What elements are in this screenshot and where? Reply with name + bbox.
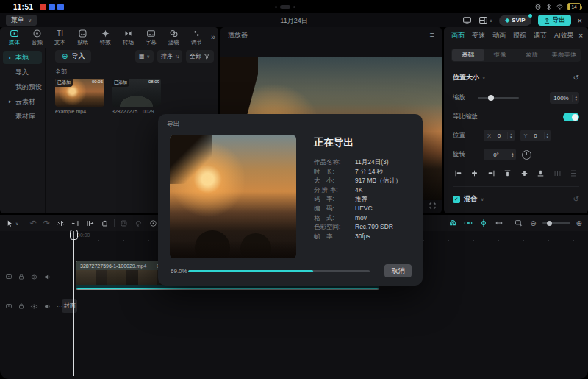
tab-animation[interactable]: 动画	[492, 31, 506, 40]
mute-icon[interactable]	[43, 302, 51, 311]
distribute-h-icon[interactable]	[553, 169, 562, 177]
scale-stepper[interactable]: ▴ ▾	[572, 95, 579, 102]
media-thumbnail[interactable]: 已添加 08:09	[112, 79, 161, 107]
step-down-icon[interactable]: ▾	[547, 135, 549, 139]
position-x-stepper[interactable]: ▴ ▾	[507, 132, 514, 139]
close-icon[interactable]: ×	[578, 32, 583, 40]
tab-captions[interactable]: 字幕	[140, 29, 162, 46]
tab-tracking[interactable]: 跟踪	[513, 31, 526, 40]
rotate-stepper[interactable]: ▴ ▾	[509, 152, 516, 158]
tab-picture[interactable]: 画面	[451, 31, 465, 40]
more-icon[interactable]: ⋯	[57, 303, 62, 310]
position-y-stepper[interactable]: ▴ ▾	[544, 132, 551, 139]
sidebar-item-presets[interactable]: 我的预设	[3, 80, 42, 93]
trim-left-icon[interactable]	[71, 219, 79, 227]
select-tool-button[interactable]: ∨	[6, 219, 18, 227]
eye-icon[interactable]	[30, 302, 38, 311]
tab-audio[interactable]: 音频	[26, 29, 49, 46]
sidebar-item-import[interactable]: 导入	[3, 65, 42, 79]
slider-knob[interactable]	[547, 221, 552, 226]
import-button[interactable]: ⊕ 导入	[55, 50, 91, 63]
cancel-button[interactable]: 取消	[384, 264, 412, 277]
redo-icon[interactable]: ↷	[43, 219, 50, 227]
filter-button[interactable]: 全部	[186, 50, 214, 63]
tab-sticker[interactable]: 贴纸	[71, 29, 94, 46]
svip-button[interactable]: ◆ SVIP	[499, 15, 531, 26]
position-y-box[interactable]: Y 0 ▴ ▾	[520, 130, 551, 141]
tab-media[interactable]: 媒体	[3, 29, 26, 46]
view-mode-button[interactable]: ▦ ∨	[135, 50, 154, 63]
freeze-frame-icon[interactable]	[120, 219, 128, 227]
align-left-icon[interactable]	[454, 169, 462, 177]
sidebar-item-local[interactable]: • 本地	[3, 51, 42, 64]
media-item[interactable]: 已添加 08:09 328727275…0029.mp4	[112, 79, 161, 114]
trim-right-icon[interactable]	[86, 219, 94, 227]
layout-switch[interactable]: ∨	[478, 15, 492, 25]
tab-adjust[interactable]: 调节	[534, 31, 547, 40]
position-x-box[interactable]: X 0 ▴ ▾	[484, 130, 514, 141]
chevron-down-icon[interactable]: ∨	[481, 196, 484, 202]
zoom-out-icon[interactable]: ⊖	[530, 219, 536, 227]
align-center-h-icon[interactable]	[470, 169, 478, 177]
lock-icon[interactable]	[18, 302, 25, 310]
reset-transform-icon[interactable]: ↺	[573, 74, 579, 82]
slider-knob[interactable]	[488, 95, 494, 101]
rotate-dial[interactable]	[522, 150, 531, 160]
fullscreen-icon[interactable]	[429, 202, 437, 210]
subtab-beauty[interactable]: 美颜美体	[548, 49, 581, 61]
align-top-icon[interactable]	[503, 169, 512, 177]
sort-button[interactable]: 排序 ↑↓	[157, 50, 182, 63]
lock-icon[interactable]	[18, 273, 25, 280]
media-thumbnail[interactable]: 已添加 00:05	[55, 79, 104, 107]
tab-effects[interactable]: 特效	[94, 29, 117, 46]
subtab-basic[interactable]: 基础	[452, 49, 484, 61]
subtab-mask[interactable]: 蒙版	[516, 49, 548, 61]
media-item[interactable]: 已添加 00:05 example.mp4	[55, 79, 104, 114]
swap-tracks-icon[interactable]	[495, 219, 503, 227]
tab-filters[interactable]: 滤镜	[162, 29, 185, 46]
tab-adjust[interactable]: 调节	[185, 29, 208, 46]
playhead-handle[interactable]	[70, 230, 78, 240]
undo-icon[interactable]: ↶	[29, 219, 36, 227]
timeline-zoom-slider[interactable]	[542, 222, 570, 224]
preview-axis-icon[interactable]	[479, 219, 488, 227]
tab-ai-effects[interactable]: AI效果	[554, 31, 574, 40]
delete-icon[interactable]	[101, 219, 109, 227]
export-button[interactable]: 导出	[538, 15, 571, 26]
track-mode-icon[interactable]	[514, 219, 523, 227]
step-down-icon[interactable]: ▾	[575, 98, 577, 102]
sidebar-item-library[interactable]: 素材库	[3, 110, 42, 123]
expand-tabs-icon[interactable]: »	[211, 29, 217, 45]
reverse-icon[interactable]	[135, 219, 143, 227]
display-mode-icon[interactable]	[462, 15, 472, 25]
tab-speed[interactable]: 变速	[472, 31, 485, 40]
zoom-in-icon[interactable]: ⊕	[576, 219, 582, 227]
player-menu-icon[interactable]: ≡	[430, 30, 434, 39]
eye-icon[interactable]	[30, 273, 38, 281]
align-right-icon[interactable]	[487, 169, 495, 177]
playhead-line[interactable]	[74, 231, 74, 376]
step-down-icon[interactable]: ▾	[512, 155, 514, 158]
mute-icon[interactable]	[43, 273, 51, 281]
chevron-down-icon[interactable]: ∨	[482, 75, 485, 80]
subtab-cutout[interactable]: 抠像	[484, 49, 517, 61]
more-icon[interactable]: ⋯	[57, 274, 62, 280]
scale-slider[interactable]	[478, 97, 519, 99]
blend-checkbox[interactable]: ✓	[453, 196, 460, 203]
tab-transitions[interactable]: 转场	[117, 29, 140, 46]
cover-button[interactable]: 封面	[62, 299, 77, 313]
split-icon[interactable]	[57, 219, 65, 227]
tab-text[interactable]: TI 文本	[49, 29, 71, 46]
close-icon[interactable]: ×	[578, 16, 582, 25]
linkage-icon[interactable]	[464, 219, 473, 227]
distribute-v-icon[interactable]	[570, 169, 578, 177]
crop-icon[interactable]	[149, 219, 157, 227]
magnet-icon[interactable]	[448, 219, 457, 227]
step-down-icon[interactable]: ▾	[510, 135, 512, 139]
sidebar-item-cloud[interactable]: ▸ 云素材	[3, 95, 42, 108]
rotate-value-box[interactable]: 0° ▴ ▾	[484, 149, 516, 160]
reset-blend-icon[interactable]: ↺	[573, 195, 579, 203]
align-bottom-icon[interactable]	[537, 169, 545, 177]
align-middle-v-icon[interactable]	[520, 169, 528, 177]
uniform-scale-toggle[interactable]	[563, 113, 579, 121]
